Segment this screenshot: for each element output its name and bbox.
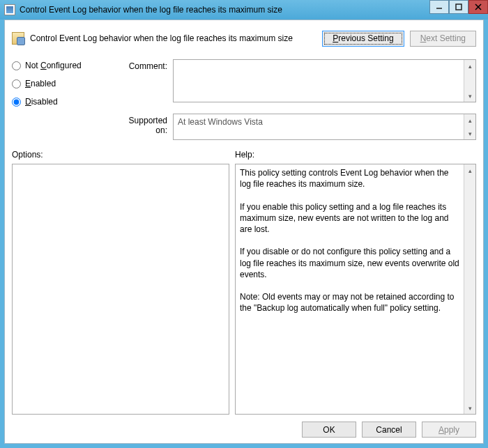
footer-buttons: OK Cancel Apply	[12, 415, 476, 438]
svg-rect-1	[456, 4, 462, 10]
minimize-button[interactable]	[429, 0, 449, 14]
client-area: Control Event Log behavior when the log …	[4, 20, 484, 444]
maximize-button[interactable]	[449, 0, 468, 14]
supported-scrollbar[interactable]: ▴ ▾	[464, 114, 475, 139]
supported-on-value: At least Windows Vista	[178, 117, 263, 127]
maximize-icon	[455, 3, 462, 10]
ok-button[interactable]: OK	[302, 422, 356, 438]
scroll-up-icon[interactable]: ▴	[464, 60, 475, 72]
radio-enabled-input[interactable]	[12, 79, 21, 88]
policy-icon	[12, 32, 24, 45]
scroll-down-icon[interactable]: ▾	[464, 128, 475, 139]
comment-scrollbar[interactable]: ▴ ▾	[464, 60, 475, 102]
comment-field[interactable]: ▴ ▾	[173, 59, 476, 102]
gpo-setting-dialog: Control Event Log behavior when the log …	[0, 0, 488, 448]
radio-disabled[interactable]: Disabled	[12, 97, 109, 107]
app-icon	[4, 4, 15, 15]
options-label: Options:	[12, 150, 235, 160]
state-radio-group: Not Configured Enabled Disabled	[12, 59, 109, 107]
minimize-icon	[436, 3, 443, 10]
help-text: This policy setting controls Event Log b…	[240, 167, 460, 411]
help-pane: This policy setting controls Event Log b…	[235, 164, 476, 415]
close-icon	[475, 3, 482, 10]
policy-title: Control Event Log behavior when the log …	[30, 33, 293, 43]
next-setting-button: Next Setting	[410, 31, 476, 47]
apply-button: Apply	[422, 422, 476, 438]
radio-not-configured-input[interactable]	[12, 61, 21, 70]
help-label: Help:	[235, 150, 254, 160]
scroll-down-icon[interactable]: ▾	[464, 402, 475, 414]
scroll-up-icon[interactable]: ▴	[464, 164, 475, 176]
supported-on-field: At least Windows Vista ▴ ▾	[173, 114, 476, 140]
radio-not-configured[interactable]: Not Configured	[12, 61, 109, 70]
titlebar[interactable]: Control Event Log behavior when the log …	[0, 0, 488, 20]
cancel-button[interactable]: Cancel	[362, 422, 416, 438]
options-pane	[12, 164, 229, 415]
scroll-down-icon[interactable]: ▾	[464, 90, 475, 102]
radio-disabled-input[interactable]	[12, 98, 21, 107]
window-title: Control Event Log behavior when the log …	[20, 5, 282, 15]
supported-on-label: Supported on:	[115, 114, 167, 135]
header-row: Control Event Log behavior when the log …	[12, 27, 476, 49]
scroll-up-icon[interactable]: ▴	[464, 114, 475, 126]
help-scrollbar[interactable]: ▴ ▾	[464, 164, 475, 414]
comment-label: Comment:	[115, 59, 167, 71]
radio-enabled[interactable]: Enabled	[12, 79, 109, 88]
previous-setting-button[interactable]: Previous Setting	[322, 31, 404, 47]
close-button[interactable]	[468, 0, 488, 14]
